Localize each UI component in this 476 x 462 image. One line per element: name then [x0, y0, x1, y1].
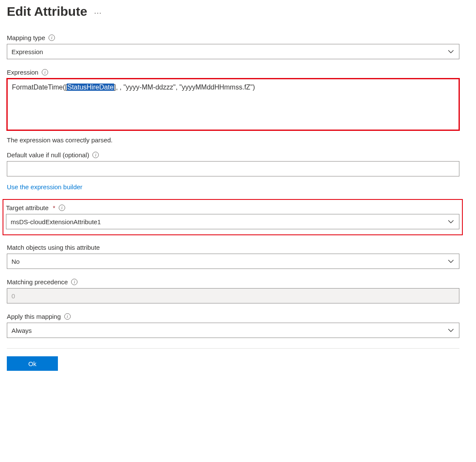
match-objects-value: No [11, 258, 20, 265]
info-icon[interactable]: i [71, 279, 77, 285]
target-attribute-select[interactable]: msDS-cloudExtensionAttribute1 [6, 214, 459, 229]
page-title: Edit Attribute [7, 4, 87, 19]
default-value-field: Default value if null (optional) i [7, 151, 459, 176]
apply-mapping-select[interactable]: Always [7, 323, 459, 338]
target-attribute-highlight: Target attribute* i msDS-cloudExtensionA… [3, 199, 463, 235]
apply-mapping-label: Apply this mapping [7, 313, 61, 320]
divider [7, 348, 459, 349]
expression-input[interactable]: FormatDateTime([StatusHireDate], , "yyyy… [7, 78, 459, 130]
matching-precedence-label: Matching precedence [7, 278, 68, 286]
expression-text-selected: StatusHireDate [67, 84, 114, 91]
expression-text-prefix: FormatDateTime([ [12, 84, 67, 91]
match-objects-field: Match objects using this attribute No [7, 244, 459, 269]
apply-mapping-field: Apply this mapping i Always [7, 313, 459, 338]
expression-status: The expression was correctly parsed. [7, 136, 459, 144]
default-value-label: Default value if null (optional) [7, 151, 89, 159]
info-icon[interactable]: i [49, 35, 55, 41]
matching-precedence-input: 0 [7, 288, 459, 303]
info-icon[interactable]: i [59, 205, 65, 211]
required-indicator: * [53, 204, 55, 211]
expression-label: Expression [7, 69, 38, 76]
target-attribute-field: Target attribute* i msDS-cloudExtensionA… [6, 204, 459, 229]
matching-precedence-value: 0 [11, 292, 15, 300]
more-actions-icon[interactable]: ··· [94, 6, 102, 17]
expression-text-suffix: ], , "yyyy-MM-ddzzz", "yyyyMMddHHmmss.fZ… [114, 84, 255, 91]
default-value-input[interactable] [7, 161, 459, 176]
expression-builder-link[interactable]: Use the expression builder [7, 183, 83, 191]
target-attribute-value: msDS-cloudExtensionAttribute1 [11, 218, 101, 225]
chevron-down-icon [448, 259, 454, 263]
apply-mapping-value: Always [11, 327, 32, 334]
mapping-type-value: Expression [11, 48, 43, 55]
info-icon[interactable]: i [64, 313, 71, 320]
chevron-down-icon [448, 219, 454, 224]
mapping-type-field: Mapping type i Expression [7, 34, 459, 59]
chevron-down-icon [448, 49, 454, 54]
match-objects-select[interactable]: No [7, 254, 459, 269]
info-icon[interactable]: i [92, 152, 99, 158]
match-objects-label: Match objects using this attribute [7, 244, 100, 251]
mapping-type-select[interactable]: Expression [7, 44, 459, 59]
matching-precedence-field: Matching precedence i 0 [7, 278, 459, 303]
chevron-down-icon [448, 328, 454, 332]
ok-button[interactable]: Ok [7, 356, 58, 371]
expression-field: Expression i FormatDateTime([StatusHireD… [7, 69, 459, 130]
mapping-type-label: Mapping type [7, 34, 45, 41]
target-attribute-label: Target attribute [6, 204, 49, 211]
info-icon[interactable]: i [42, 69, 48, 75]
